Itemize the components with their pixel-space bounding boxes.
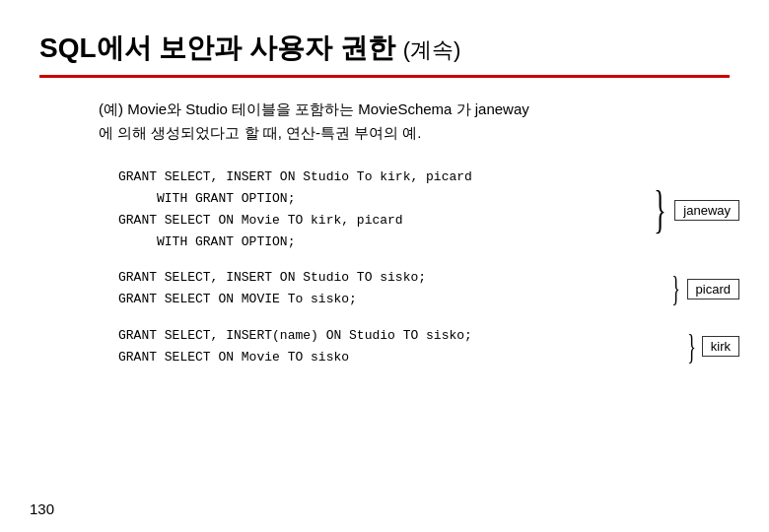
picard-annotation: } picard bbox=[667, 271, 739, 306]
title-sub: (계속) bbox=[403, 37, 461, 62]
janeway-label: janeway bbox=[674, 200, 739, 221]
janeway-annotation: } janeway bbox=[648, 184, 739, 235]
kirk-brace-icon: } bbox=[687, 329, 696, 365]
code-section: GRANT SELECT, INSERT ON Studio To kirk, … bbox=[118, 166, 730, 368]
code-group-kirk: GRANT SELECT, INSERT(name) ON Studio TO … bbox=[118, 325, 730, 368]
code-line-1-1: GRANT SELECT, INSERT ON Studio To kirk, … bbox=[118, 166, 572, 188]
janeway-brace-icon: } bbox=[655, 184, 666, 235]
title-main: SQL에서 보안과 사용자 권한 bbox=[39, 33, 395, 63]
kirk-annotation: } kirk bbox=[683, 329, 740, 365]
code-block-3: GRANT SELECT, INSERT(name) ON Studio TO … bbox=[118, 325, 572, 368]
code-line-3-2: GRANT SELECT ON Movie TO sisko bbox=[118, 347, 572, 368]
description-line1: (예) Movie와 Studio 테이블을 포함하는 MovieSchema … bbox=[99, 98, 730, 121]
code-group-janeway: GRANT SELECT, INSERT ON Studio To kirk, … bbox=[118, 166, 730, 253]
slide-title: SQL에서 보안과 사용자 권한 (계속) bbox=[39, 30, 730, 67]
code-block-2: GRANT SELECT, INSERT ON Studio TO sisko;… bbox=[118, 267, 572, 310]
kirk-label: kirk bbox=[702, 336, 739, 357]
description-line2: 에 의해 생성되었다고 할 때, 연산-특권 부여의 예. bbox=[99, 121, 730, 145]
page-number: 130 bbox=[30, 500, 54, 517]
code-block-1: GRANT SELECT, INSERT ON Studio To kirk, … bbox=[118, 166, 572, 253]
code-line-2-1: GRANT SELECT, INSERT ON Studio TO sisko; bbox=[118, 267, 572, 289]
description-block: (예) Movie와 Studio 테이블을 포함하는 MovieSchema … bbox=[99, 98, 730, 145]
code-line-3-1: GRANT SELECT, INSERT(name) ON Studio TO … bbox=[118, 325, 572, 347]
title-section: SQL에서 보안과 사용자 권한 (계속) bbox=[39, 30, 730, 78]
code-line-2-2: GRANT SELECT ON MOVIE To sisko; bbox=[118, 289, 572, 310]
picard-brace-icon: } bbox=[672, 271, 681, 306]
picard-label: picard bbox=[687, 279, 739, 299]
code-line-1-4: WITH GRANT OPTION; bbox=[118, 232, 572, 253]
code-line-1-2: WITH GRANT OPTION; bbox=[118, 188, 572, 210]
code-group-picard: GRANT SELECT, INSERT ON Studio TO sisko;… bbox=[118, 267, 730, 310]
code-line-1-3: GRANT SELECT ON Movie TO kirk, picard bbox=[118, 210, 572, 232]
slide-page: SQL에서 보안과 사용자 권한 (계속) (예) Movie와 Studio … bbox=[0, 0, 769, 532]
